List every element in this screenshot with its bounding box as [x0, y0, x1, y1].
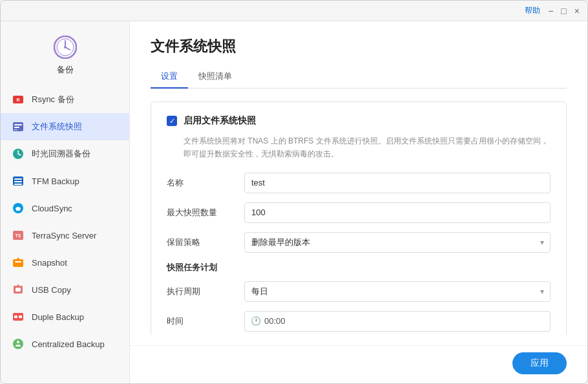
sidebar: 备份 R Rsync 备份 文件系统快照 时光回溯器备份 — [1, 21, 130, 383]
svg-rect-11 — [14, 129, 17, 131]
sidebar-title: 备份 — [57, 64, 74, 76]
settings-card: ✓ 启用文件系统快照 文件系统快照将对 TNAS 上的 BTRFS 文件系统进行… — [151, 101, 567, 335]
time-input-wrapper: 🕐 — [244, 311, 551, 332]
check-icon: ✓ — [169, 118, 175, 125]
svg-rect-25 — [16, 288, 21, 292]
svg-text:R: R — [16, 98, 19, 102]
maximize-button[interactable]: □ — [561, 6, 566, 16]
tfm-icon — [11, 174, 25, 188]
time-label: 时间 — [167, 315, 244, 327]
content-container: 文件系统快照 设置 快照清单 ✓ 启用文件系统快照 — [130, 21, 587, 383]
footer: 应用 — [130, 345, 587, 383]
centralized-icon — [11, 337, 25, 351]
clock-icon — [54, 36, 77, 59]
retention-label: 保留策略 — [167, 237, 244, 248]
settings-panel: ✓ 启用文件系统快照 文件系统快照将对 TNAS 上的 BTRFS 文件系统进行… — [151, 101, 567, 335]
svg-point-31 — [17, 341, 19, 343]
svg-rect-21 — [13, 259, 23, 267]
sidebar-item-rsync[interactable]: R Rsync 备份 — [1, 86, 129, 113]
svg-rect-14 — [14, 178, 22, 180]
main-layout: 备份 R Rsync 备份 文件系统快照 时光回溯器备份 — [1, 21, 587, 383]
frequency-label: 执行周期 — [167, 286, 244, 297]
centralized-label: Centralized Backup — [32, 339, 105, 349]
cloudsync-label: CloudSync — [32, 204, 72, 213]
sidebar-item-snapshot[interactable]: 文件系统快照 — [1, 113, 129, 140]
help-button[interactable]: 帮助 — [525, 5, 540, 16]
sidebar-item-usbcopy[interactable]: USB Copy — [1, 276, 129, 303]
enable-row: ✓ 启用文件系统快照 — [167, 115, 551, 127]
title-bar: 帮助 − □ × — [1, 1, 587, 21]
snapshot2-label: Snapshot — [32, 258, 67, 268]
tabs: 设置 快照清单 — [151, 67, 567, 89]
sidebar-item-duple[interactable]: Duple Backup — [1, 303, 129, 330]
time-icon: 🕐 — [251, 316, 261, 326]
svg-rect-26 — [17, 284, 19, 287]
schedule-title: 快照任务计划 — [167, 262, 551, 273]
usbcopy-icon — [11, 283, 25, 297]
sidebar-item-cloudsync[interactable]: CloudSync — [1, 195, 129, 222]
max-count-label: 最大快照数量 — [167, 207, 244, 219]
rsync-icon: R — [11, 92, 25, 107]
enable-label: 启用文件系统快照 — [184, 115, 256, 127]
terrasync-icon: TS — [11, 228, 25, 242]
svg-marker-22 — [16, 257, 20, 260]
svg-point-5 — [64, 46, 67, 48]
svg-rect-23 — [15, 261, 21, 262]
duple-label: Duple Backup — [32, 312, 84, 322]
name-label: 名称 — [167, 177, 244, 189]
sidebar-header: 备份 — [1, 21, 129, 86]
svg-rect-29 — [19, 315, 22, 318]
sidebar-item-terrasync[interactable]: TS TerraSync Server — [1, 222, 129, 249]
sidebar-item-tfm[interactable]: TFM Backup — [1, 167, 129, 195]
snapshot2-icon — [11, 255, 25, 270]
timemachine-label: 时光回溯器备份 — [32, 148, 90, 160]
retention-select-wrapper: 删除最早的版本 ▾ — [244, 232, 551, 253]
tfm-label: TFM Backup — [32, 176, 79, 186]
sidebar-logo — [52, 34, 78, 60]
content-area: 文件系统快照 设置 快照清单 ✓ 启用文件系统快照 — [130, 21, 587, 345]
usbcopy-label: USB Copy — [32, 285, 71, 295]
frequency-row: 执行周期 每日 ▾ — [167, 281, 551, 302]
svg-rect-28 — [14, 315, 17, 318]
name-row: 名称 — [167, 173, 551, 193]
terrasync-label: TerraSync Server — [32, 231, 96, 240]
svg-rect-18 — [16, 209, 20, 211]
close-button[interactable]: × — [574, 6, 580, 16]
svg-point-30 — [13, 339, 23, 349]
time-row: 时间 🕐 — [167, 311, 551, 332]
snapshot-icon — [11, 120, 25, 134]
tab-snapshots[interactable]: 快照清单 — [188, 67, 242, 89]
frequency-select[interactable]: 每日 — [244, 281, 551, 302]
cloudsync-icon — [11, 201, 25, 215]
time-input[interactable] — [244, 311, 551, 332]
title-bar-controls: 帮助 − □ × — [525, 5, 580, 16]
svg-rect-10 — [14, 127, 19, 128]
sidebar-item-snapshot2[interactable]: Snapshot — [1, 249, 129, 276]
minimize-button[interactable]: − — [548, 6, 553, 16]
page-title: 文件系统快照 — [151, 37, 567, 56]
svg-rect-16 — [14, 184, 22, 185]
rsync-label: Rsync 备份 — [32, 94, 74, 105]
name-input[interactable] — [244, 173, 551, 193]
duple-icon — [11, 310, 25, 324]
max-count-input[interactable] — [244, 202, 551, 223]
description-text: 文件系统快照将对 TNAS 上的 BTRFS 文件系统进行快照。启用文件系统快照… — [167, 134, 551, 161]
apply-button[interactable]: 应用 — [512, 352, 567, 374]
svg-text:TS: TS — [16, 233, 21, 238]
retention-row: 保留策略 删除最早的版本 ▾ — [167, 232, 551, 253]
main-window: 帮助 − □ × 备份 — [0, 0, 588, 384]
svg-rect-15 — [14, 181, 22, 182]
frequency-select-wrapper: 每日 ▾ — [244, 281, 551, 302]
timemachine-icon — [11, 147, 25, 161]
max-count-row: 最大快照数量 — [167, 202, 551, 223]
snapshot-label: 文件系统快照 — [32, 121, 82, 133]
svg-rect-9 — [14, 124, 22, 125]
enable-checkbox[interactable]: ✓ — [167, 116, 177, 126]
sidebar-item-timemachine[interactable]: 时光回溯器备份 — [1, 140, 129, 167]
retention-select[interactable]: 删除最早的版本 — [244, 232, 551, 253]
tab-settings[interactable]: 设置 — [151, 67, 188, 89]
sidebar-item-centralized[interactable]: Centralized Backup — [1, 330, 129, 357]
